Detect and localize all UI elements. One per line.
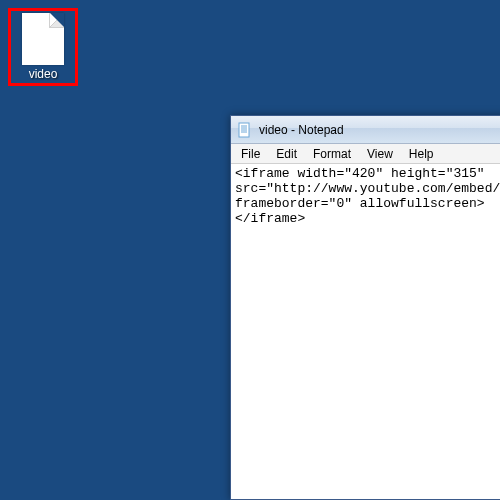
menu-file[interactable]: File (233, 146, 268, 162)
menubar: File Edit Format View Help (231, 144, 500, 164)
menu-help[interactable]: Help (401, 146, 442, 162)
menu-view[interactable]: View (359, 146, 401, 162)
titlebar[interactable]: video - Notepad (231, 116, 500, 144)
file-icon (22, 13, 64, 65)
desktop-icon-label: video (29, 67, 58, 81)
window-title: video - Notepad (259, 123, 344, 137)
menu-format[interactable]: Format (305, 146, 359, 162)
notepad-window: video - Notepad File Edit Format View He… (230, 115, 500, 500)
text-editor[interactable]: <iframe width="420" height="315" src="ht… (231, 164, 500, 499)
desktop-file-icon[interactable]: video (8, 8, 78, 86)
menu-edit[interactable]: Edit (268, 146, 305, 162)
notepad-app-icon (237, 122, 253, 138)
